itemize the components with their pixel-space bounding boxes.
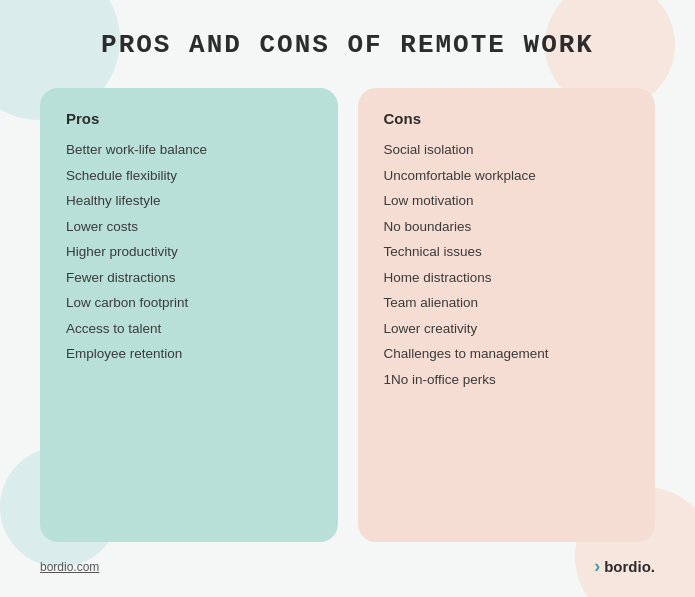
footer: bordio.com › bordio. [40,556,655,577]
list-item: Better work-life balance [66,141,312,159]
list-item: Healthy lifestyle [66,192,312,210]
list-item: Low carbon footprint [66,294,312,312]
list-item: Employee retention [66,345,312,363]
footer-brand: › bordio. [594,556,655,577]
list-item: Uncomfortable workplace [384,167,630,185]
cons-list: Social isolation Uncomfortable workplace… [384,141,630,388]
list-item: Lower creativity [384,320,630,338]
chevron-right-icon: › [594,556,600,577]
list-item: Access to talent [66,320,312,338]
list-item: 1No in-office perks [384,371,630,389]
list-item: Low motivation [384,192,630,210]
pros-list: Better work-life balance Schedule flexib… [66,141,312,363]
cons-card-header: Cons [384,110,630,127]
list-item: No boundaries [384,218,630,236]
list-item: Technical issues [384,243,630,261]
footer-link[interactable]: bordio.com [40,560,99,574]
columns-container: Pros Better work-life balance Schedule f… [40,88,655,542]
pros-card-header: Pros [66,110,312,127]
pros-card: Pros Better work-life balance Schedule f… [40,88,338,542]
brand-name: bordio. [604,558,655,575]
list-item: Higher productivity [66,243,312,261]
list-item: Challenges to management [384,345,630,363]
list-item: Social isolation [384,141,630,159]
list-item: Fewer distractions [66,269,312,287]
list-item: Team alienation [384,294,630,312]
list-item: Schedule flexibility [66,167,312,185]
page-container: Pros And Cons of Remote Work Pros Better… [0,0,695,597]
list-item: Lower costs [66,218,312,236]
list-item: Home distractions [384,269,630,287]
cons-card: Cons Social isolation Uncomfortable work… [358,88,656,542]
page-title: Pros And Cons of Remote Work [101,30,594,60]
